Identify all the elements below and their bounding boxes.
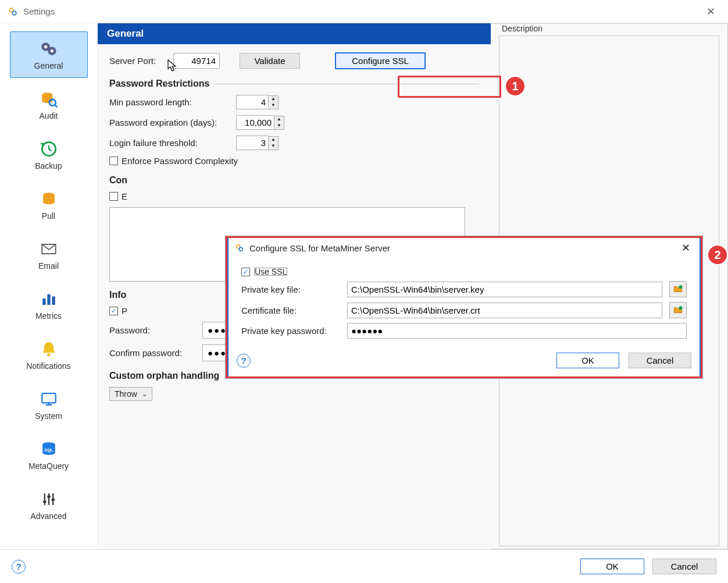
sidebar-item-label: Notifications [26, 361, 70, 371]
login-fail-label: Login failure threshold: [109, 138, 230, 148]
svg-rect-24 [43, 501, 46, 503]
confirm-password-label: Confirm password: [109, 348, 197, 358]
sliders-icon [37, 489, 60, 509]
sidebar-item-label: System [35, 411, 62, 421]
password-restrictions-heading: Password Restrictions [109, 79, 479, 89]
spinner-down-icon[interactable]: ▼ [269, 143, 278, 150]
sidebar-item-email[interactable]: Email [10, 232, 88, 278]
sidebar-item-label: Email [38, 261, 59, 271]
dialog-close-icon[interactable]: ✕ [678, 241, 694, 254]
svg-point-28 [239, 247, 242, 251]
dialog-title: Configure SSL for MetaMiner Server [249, 243, 673, 253]
private-key-password-input[interactable] [347, 323, 687, 339]
bell-icon [37, 339, 60, 359]
database-search-icon [37, 89, 60, 109]
help-icon[interactable]: ? [237, 354, 251, 368]
con-e-checkbox[interactable]: E [109, 191, 127, 201]
private-key-file-label: Private key file: [241, 285, 340, 294]
app-icon [7, 6, 19, 17]
configure-ssl-dialog: Configure SSL for MetaMiner Server ✕ ✓Us… [226, 236, 702, 378]
pw-expiration-spinner[interactable]: ▲▼ [236, 115, 284, 130]
sidebar-item-label: Metrics [35, 311, 62, 321]
spinner-down-icon[interactable]: ▼ [269, 102, 278, 109]
configure-ssl-button[interactable]: Configure SSL [335, 52, 426, 69]
database-icon [37, 189, 60, 209]
svg-rect-14 [52, 297, 55, 305]
sidebar-item-label: General [34, 61, 63, 70]
callout-2-badge: 2 [707, 244, 728, 265]
sidebar-item-notifications[interactable]: Notifications [10, 332, 88, 378]
validate-button[interactable]: Validate [240, 53, 300, 69]
sidebar-item-label: Pull [42, 211, 55, 221]
window-close-icon[interactable]: ✕ [701, 3, 721, 20]
svg-rect-13 [47, 294, 50, 305]
svg-point-15 [47, 353, 50, 356]
spinner-up-icon[interactable]: ▲ [269, 96, 278, 102]
pw-expiration-label: Password expiration (days): [109, 118, 230, 127]
help-icon[interactable]: ? [12, 560, 26, 574]
min-pw-length-spinner[interactable]: ▲▼ [236, 95, 279, 109]
app-icon [234, 243, 245, 253]
enforce-pw-complexity-checkbox[interactable]: Enforce Password Complexity [109, 156, 238, 166]
sidebar-item-pull[interactable]: Pull [10, 182, 88, 228]
sidebar-item-audit[interactable]: Audit [10, 81, 88, 128]
certificate-file-input[interactable] [347, 303, 662, 318]
clock-restore-icon [37, 139, 60, 159]
browse-certificate-button[interactable] [669, 302, 687, 318]
spinner-down-icon[interactable]: ▼ [274, 123, 284, 129]
browse-private-key-button[interactable] [669, 281, 687, 297]
svg-text:SQL: SQL [44, 447, 53, 453]
spinner-up-icon[interactable]: ▲ [274, 116, 284, 123]
sidebar-item-system[interactable]: System [10, 382, 88, 428]
sidebar-item-metaquery[interactable]: SQL MetaQuery [10, 432, 88, 478]
server-port-label: Server Port: [109, 56, 167, 66]
sidebar-item-label: Advanced [30, 511, 66, 521]
min-pw-length-label: Min password length: [109, 97, 230, 107]
private-key-file-input[interactable] [347, 282, 662, 297]
titlebar: Settings ✕ [0, 0, 728, 23]
cancel-button[interactable]: Cancel [652, 559, 716, 574]
svg-rect-16 [42, 393, 55, 403]
svg-rect-12 [42, 298, 45, 305]
sidebar-item-label: MetaQuery [28, 461, 69, 471]
svg-point-5 [50, 49, 53, 52]
svg-line-8 [54, 105, 57, 108]
chevron-down-icon: ⌄ [142, 390, 147, 398]
con-heading: Con [109, 175, 479, 186]
login-fail-spinner[interactable]: ▲▼ [236, 136, 279, 150]
ok-button[interactable]: OK [580, 559, 644, 574]
svg-rect-25 [47, 496, 50, 498]
private-key-password-label: Private key password: [241, 326, 340, 336]
sql-database-icon: SQL [37, 439, 60, 459]
spinner-up-icon[interactable]: ▲ [269, 137, 278, 143]
sidebar-item-label: Backup [35, 161, 62, 170]
svg-point-4 [44, 45, 47, 48]
svg-point-29 [679, 285, 683, 289]
svg-point-1 [12, 11, 16, 15]
sidebar-item-backup[interactable]: Backup [10, 131, 88, 178]
dialog-cancel-button[interactable]: Cancel [629, 353, 691, 368]
info-p-checkbox[interactable]: ✓P [109, 306, 127, 316]
bottom-bar: ? OK Cancel [0, 549, 728, 583]
envelope-icon [37, 239, 60, 259]
svg-point-30 [679, 306, 683, 310]
sidebar-item-label: Audit [40, 111, 58, 120]
bar-chart-icon [37, 289, 60, 309]
sidebar-item-general[interactable]: General [10, 31, 88, 78]
window-title: Settings [23, 6, 701, 16]
description-legend: Description [499, 24, 545, 33]
use-ssl-checkbox[interactable]: ✓Use SSL [241, 267, 288, 276]
panel-header: General [98, 23, 491, 44]
password-label: Password: [109, 325, 197, 335]
certificate-file-label: Certificate file: [241, 305, 340, 315]
monitor-icon [37, 389, 60, 409]
server-port-input[interactable] [173, 53, 220, 69]
callout-1-badge: 1 [505, 76, 526, 97]
orphan-handling-dropdown[interactable]: Throw⌄ [109, 387, 152, 401]
svg-rect-26 [51, 499, 54, 501]
dialog-ok-button[interactable]: OK [556, 353, 619, 368]
gears-icon [37, 39, 60, 59]
sidebar-item-advanced[interactable]: Advanced [10, 482, 88, 528]
settings-sidebar: General Audit Backup Pull Email Metrics [0, 23, 98, 549]
sidebar-item-metrics[interactable]: Metrics [10, 282, 88, 328]
